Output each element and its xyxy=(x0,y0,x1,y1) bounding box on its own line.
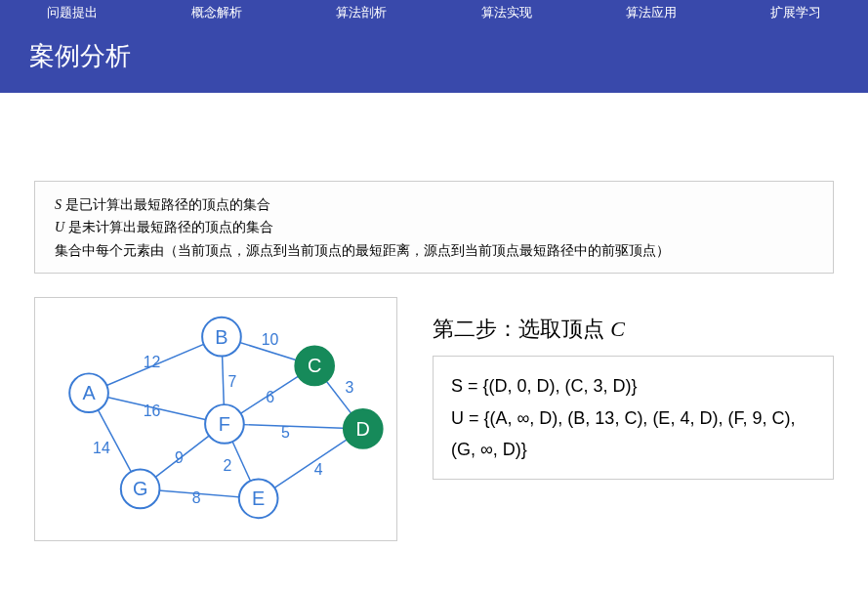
graph-node-label: G xyxy=(133,479,147,500)
edge-weight: 3 xyxy=(345,379,353,396)
edge-weight: 14 xyxy=(93,440,110,456)
nav-item[interactable]: 问题提出 xyxy=(0,0,145,25)
content: S 是已计算出最短路径的顶点的集合 U 是未计算出最短路径的顶点的集合 集合中每… xyxy=(0,93,868,541)
edge-weight: 7 xyxy=(227,373,236,390)
desc-line-3: 集合中每个元素由（当前顶点，源点到当前顶点的最短距离，源点到当前顶点最短路径中的… xyxy=(55,239,813,261)
nav-tabs: 问题提出 概念解析 算法剖析 算法实现 算法应用 扩展学习 xyxy=(0,0,868,25)
edge-weight: 16 xyxy=(144,402,161,419)
edge-weight: 10 xyxy=(262,331,279,348)
edge-weight: 4 xyxy=(314,461,323,478)
desc-line-1: S 是已计算出最短路径的顶点的集合 xyxy=(55,193,813,216)
step-heading-text: 第二步：选取顶点 xyxy=(433,317,610,341)
graph-edge xyxy=(225,424,363,429)
desc-line-2: U 是未计算出最短路径的顶点的集合 xyxy=(55,216,813,238)
edge-weight: 5 xyxy=(281,424,290,441)
graph-node-label: A xyxy=(82,382,96,403)
step-panel: 第二步：选取顶点 C S = {(D, 0, D), (C, 3, D)} U … xyxy=(433,297,834,541)
graph-panel: 1216141076342598 ABCDEFG xyxy=(34,297,397,541)
title-bar: 案例分析 xyxy=(0,25,868,93)
edge-weight: 12 xyxy=(144,355,161,371)
graph-node-label: E xyxy=(252,488,265,510)
set-S-symbol: S xyxy=(55,197,62,212)
nav-item[interactable]: 算法剖析 xyxy=(289,0,434,25)
nav-item[interactable]: 算法应用 xyxy=(579,0,723,25)
page-title: 案例分析 xyxy=(29,39,839,73)
nav-item[interactable]: 扩展学习 xyxy=(723,0,868,25)
edge-weight: 8 xyxy=(192,489,201,506)
graph-node-label: F xyxy=(219,413,230,435)
graph-node-label: D xyxy=(356,418,370,440)
edge-weight: 6 xyxy=(266,389,274,405)
edge-weight: 2 xyxy=(223,457,231,474)
nav-item[interactable]: 算法实现 xyxy=(434,0,579,25)
desc-text: 是已计算出最短路径的顶点的集合 xyxy=(62,196,270,212)
sets-box: S = {(D, 0, D), (C, 3, D)} U = {(A, ∞, D… xyxy=(433,356,834,480)
step-title: 第二步：选取顶点 C xyxy=(433,315,834,344)
step-vertex: C xyxy=(610,317,625,341)
set-U: U = {(A, ∞, D), (B, 13, C), (E, 4, D), (… xyxy=(451,402,815,466)
graph-node-label: C xyxy=(308,356,321,377)
graph-svg: 1216141076342598 ABCDEFG xyxy=(35,298,396,540)
description-box: S 是已计算出最短路径的顶点的集合 U 是未计算出最短路径的顶点的集合 集合中每… xyxy=(34,181,834,274)
desc-text: 是未计算出最短路径的顶点的集合 xyxy=(64,219,273,234)
edge-weight: 9 xyxy=(175,449,184,466)
set-U-symbol: U xyxy=(55,220,64,234)
graph-node-label: B xyxy=(215,326,227,348)
set-S: S = {(D, 0, D), (C, 3, D)} xyxy=(451,370,815,402)
nav-item[interactable]: 概念解析 xyxy=(145,0,289,25)
